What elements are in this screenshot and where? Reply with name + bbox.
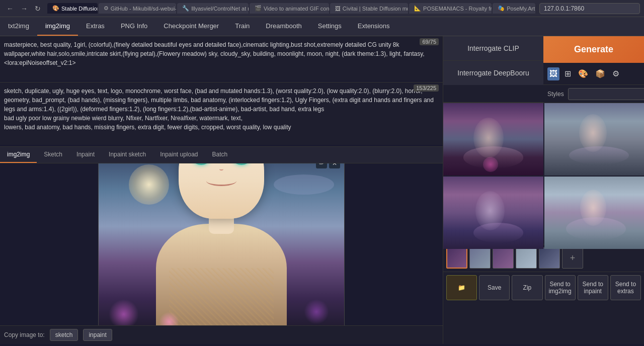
sub-tab-batch[interactable]: Batch [205, 147, 235, 163]
tab-posemy[interactable]: 🎭 PoseMy.Art ✕ [493, 3, 535, 14]
generated-image-2[interactable] [544, 103, 645, 176]
address-bar[interactable] [539, 3, 640, 14]
copy-row: Copy image to: sketch inpaint [0, 325, 443, 344]
tab-favicon: 🎬 [255, 5, 262, 12]
tab-civitai[interactable]: 🖼 Civitai | Stable Diffusion model... ✕ [330, 3, 408, 14]
sub-tab-inpaint-sketch[interactable]: Inpaint sketch [102, 147, 153, 163]
tab-favicon: 🖼 [335, 6, 341, 12]
nav-tab-train[interactable]: Train [227, 17, 258, 36]
positive-prompt-area: masterpiece, best quality, 1girl, (color… [0, 36, 443, 82]
sub-tab-img2img[interactable]: img2img [0, 147, 37, 163]
color-icon[interactable]: 🎨 [576, 67, 590, 80]
generate-button[interactable]: Generate [543, 36, 644, 63]
styles-row: Styles ✕ ▼ 🔖 [543, 85, 644, 103]
main-layout: masterpiece, best quality, 1girl, (color… [0, 36, 644, 344]
tab-favicon: 📐 [414, 5, 421, 12]
thumbnail-2[interactable] [469, 247, 491, 269]
icons-row: 🖼 ⊞ 🎨 📦 ⚙ [543, 63, 644, 85]
tab-favicon: 🔧 [182, 5, 189, 12]
copy-to-inpaint-button[interactable]: inpaint [83, 329, 112, 341]
generated-image-1[interactable] [443, 103, 543, 176]
right-panel: Interrogate CLIP Interrogate DeepBooru G… [443, 36, 644, 344]
browser-navigation: ← → ↻ [4, 4, 43, 14]
tab-controlnet[interactable]: 🔧 lllyasviel/ControlNet at main ✕ [177, 3, 249, 14]
folder-button[interactable]: 📁 [446, 275, 477, 300]
app-navigation: txt2img img2img Extras PNG Info Checkpoi… [0, 17, 644, 36]
sub-tab-inpaint-upload[interactable]: Inpaint upload [153, 147, 205, 163]
upload-controls: ✏ ✕ [316, 163, 340, 168]
tab-gif[interactable]: 🎬 Video to animated GIF converter ✕ [250, 3, 329, 14]
tab-label: POSEMANIACS - Royalty free 3... [423, 6, 492, 12]
generated-images-grid [443, 103, 644, 249]
tab-label: GitHub - Mikubill/sd-webui-con... [111, 6, 177, 12]
tab-favicon: ⚙ [104, 5, 109, 12]
interrogate-deepbooru-button[interactable]: Interrogate DeepBooru [443, 60, 543, 85]
nav-tab-png-info[interactable]: PNG Info [113, 17, 155, 36]
sub-tab-sketch[interactable]: Sketch [37, 147, 69, 163]
tab-favicon: 🎭 [498, 5, 505, 12]
interrogate-clip-button[interactable]: Interrogate CLIP [443, 36, 543, 60]
styles-label: Styles [547, 91, 564, 98]
images-container: ✕ [443, 103, 644, 244]
zip-icon[interactable]: 📦 [593, 67, 607, 80]
edit-button[interactable]: ✏ [316, 163, 327, 168]
negative-token-count: 153/225 [414, 84, 439, 92]
sub-tab-inpaint[interactable]: Inpaint [69, 147, 102, 163]
image-upload-area[interactable]: ✏ ✕ [0, 163, 443, 325]
negative-prompt-area: sketch, duplicate, ugly, huge eyes, text… [0, 82, 443, 147]
browser-chrome: ← → ↻ 🎨 Stable Diffusion ✕ ⚙ GitHub - Mi… [0, 0, 644, 17]
tab-favicon: 🎨 [52, 5, 59, 12]
action-buttons: 📁 Save Zip Send to img2img Send to inpai… [443, 272, 644, 303]
tab-label: lllyasviel/ControlNet at main [191, 6, 249, 12]
positive-token-count: 69/75 [420, 38, 439, 45]
positive-prompt-input[interactable]: masterpiece, best quality, 1girl, (color… [0, 36, 443, 80]
send-to-extras-button[interactable]: Send to extras [610, 275, 641, 300]
nav-tab-extras[interactable]: Extras [78, 17, 113, 36]
nav-tab-extensions[interactable]: Extensions [350, 17, 398, 36]
upload-box[interactable]: ✏ ✕ [98, 163, 345, 325]
reload-button[interactable]: ↻ [32, 4, 43, 14]
add-thumbnail-button[interactable]: + [562, 247, 583, 269]
tab-label: Video to animated GIF converter [264, 6, 329, 12]
thumbnail-5[interactable] [539, 247, 560, 269]
tab-posemaniacs[interactable]: 📐 POSEMANIACS - Royalty free 3... ✕ [409, 3, 492, 14]
browser-tabs: 🎨 Stable Diffusion ✕ ⚙ GitHub - Mikubill… [47, 3, 535, 14]
back-button[interactable]: ← [4, 4, 16, 14]
tab-github[interactable]: ⚙ GitHub - Mikubill/sd-webui-con... ✕ [99, 3, 177, 14]
send-to-inpaint-button[interactable]: Send to inpaint [578, 275, 608, 300]
generated-image-3[interactable] [443, 177, 543, 249]
generated-images-section: ✕ [443, 103, 644, 344]
image-icon[interactable]: 🖼 [547, 67, 559, 80]
left-panel: masterpiece, best quality, 1girl, (color… [0, 36, 443, 344]
tab-stable-diffusion[interactable]: 🎨 Stable Diffusion ✕ [47, 3, 98, 14]
nav-tab-dreambooth[interactable]: Dreambooth [258, 17, 310, 36]
nav-tab-checkpoint-merger[interactable]: Checkpoint Merger [155, 17, 227, 36]
tab-label: Civitai | Stable Diffusion model... [343, 6, 408, 12]
thumbnail-1[interactable] [446, 247, 467, 269]
settings-icon[interactable]: ⚙ [610, 67, 621, 80]
styles-input[interactable] [568, 88, 644, 100]
send-to-img2img-button[interactable]: Send to img2img [545, 275, 576, 300]
nav-tab-settings[interactable]: Settings [310, 17, 350, 36]
thumbnail-3[interactable] [493, 247, 514, 269]
generate-section: Generate 🖼 ⊞ 🎨 📦 ⚙ Styles ✕ ▼ 🔖 [543, 36, 644, 103]
nav-tab-img2img[interactable]: img2img [37, 17, 78, 36]
thumbnail-4[interactable] [516, 247, 537, 269]
forward-button[interactable]: → [18, 4, 30, 14]
generated-image-4[interactable] [544, 177, 645, 249]
delete-button[interactable]: ✕ [329, 163, 340, 168]
zip-button[interactable]: Zip [512, 275, 542, 300]
img2img-sub-tabs: img2img Sketch Inpaint Inpaint sketch In… [0, 147, 443, 163]
grid-icon[interactable]: ⊞ [562, 67, 573, 80]
tab-label: PoseMy.Art [507, 6, 535, 12]
negative-prompt-input[interactable]: sketch, duplicate, ugly, huge eyes, text… [0, 82, 443, 145]
tab-label: Stable Diffusion [61, 6, 98, 12]
save-button[interactable]: Save [479, 275, 510, 300]
interrogate-section: Interrogate CLIP Interrogate DeepBooru [443, 36, 543, 103]
copy-label: Copy image to: [4, 331, 45, 338]
nav-tab-txt2img[interactable]: txt2img [0, 17, 37, 36]
copy-to-sketch-button[interactable]: sketch [50, 329, 78, 341]
